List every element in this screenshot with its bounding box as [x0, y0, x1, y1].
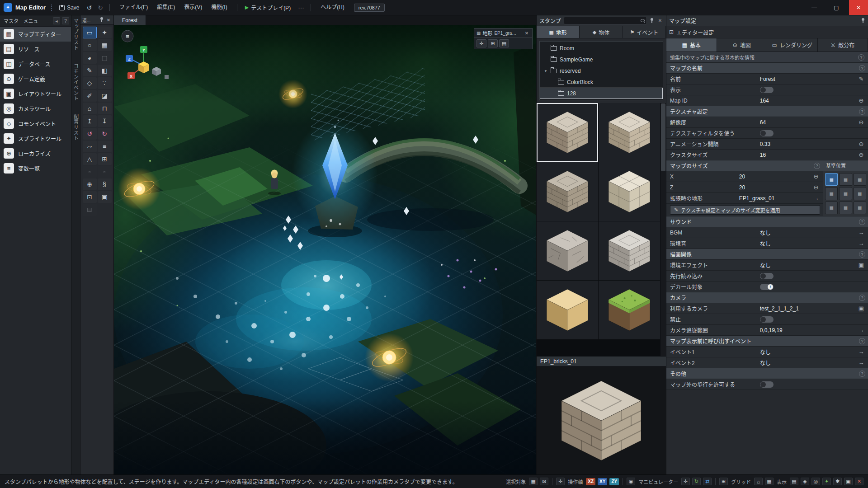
axis-gizmo[interactable]: ≡ Y Z X — [118, 28, 172, 87]
overlay-close-icon[interactable]: ✕ — [524, 30, 530, 36]
prohibit-toggle[interactable] — [760, 316, 774, 323]
move-icon[interactable]: ✛ — [681, 478, 690, 485]
sidebar-item-game-define[interactable]: ⊙ゲーム定義 — [0, 71, 71, 86]
snap-icon[interactable]: ⊞ — [719, 478, 728, 485]
pin-icon[interactable] — [99, 17, 104, 23]
tree-node-colorblock[interactable]: ColorBlock — [540, 76, 663, 88]
pipette-tool[interactable]: ✐ — [83, 90, 97, 102]
pen-tool[interactable]: ✎ — [83, 65, 97, 76]
trail-stepper-icon[interactable]: ⊖ — [812, 173, 820, 180]
trail-arrow-icon[interactable]: → — [857, 240, 865, 247]
settings-tab-basic[interactable]: ▦基本 — [666, 38, 717, 52]
pick-icon[interactable]: ✛ — [476, 39, 486, 47]
trail-arrow-icon[interactable]: → — [857, 359, 865, 366]
decal-target-toggle[interactable]: ! — [760, 284, 774, 290]
raise-tool[interactable]: ↥ — [83, 115, 97, 127]
copy-tool[interactable]: ▫ — [83, 166, 97, 178]
trail-stepper-icon[interactable]: ⊖ — [812, 184, 820, 191]
stamp-item-stone-bricks[interactable] — [537, 162, 598, 221]
stamp-item-sand[interactable] — [537, 281, 598, 339]
texture-filter-toggle[interactable] — [760, 130, 774, 136]
stamp-tab-object[interactable]: ◆物体 — [580, 26, 623, 38]
maximize-button[interactable]: ▢ — [827, 0, 846, 15]
help-button[interactable]: ? — [62, 17, 69, 24]
sidebar-item-sprite-tool[interactable]: ✦スプライトツール — [0, 131, 71, 146]
help-icon[interactable]: ? — [858, 54, 864, 61]
side-tab-placement-list[interactable]: 配置リスト — [72, 114, 80, 141]
duplicate-tool[interactable]: ⊡ — [83, 191, 97, 203]
tree-node-room[interactable]: Room — [540, 42, 663, 54]
trail-stepper-icon[interactable]: ⊖ — [857, 97, 865, 104]
base-position-9[interactable]: ▦ — [854, 202, 866, 214]
building-tool[interactable]: ⌂ — [83, 103, 97, 114]
help-icon[interactable]: ? — [814, 163, 820, 169]
test-play-button[interactable]: ▶テストプレイ(P) — [242, 2, 293, 13]
trail-box-icon[interactable]: ▣ — [857, 262, 865, 268]
help-icon[interactable]: ? — [859, 219, 865, 225]
base-position-3[interactable]: ▦ — [854, 173, 866, 186]
base-position-8[interactable]: ▦ — [839, 202, 852, 214]
stamp-item-bricks-02[interactable] — [599, 103, 660, 162]
apply-texture-size-button[interactable]: ✎テクスチャ設定とマップのサイズ変更を適用 — [670, 205, 820, 215]
redo-icon[interactable]: ↻ — [96, 4, 104, 11]
trail-arrow-icon[interactable]: → — [812, 195, 820, 202]
sidebar-item-layout-tool[interactable]: ▣レイアウトツール — [0, 86, 71, 101]
undo-icon[interactable]: ↺ — [85, 4, 94, 11]
pin-icon[interactable] — [861, 18, 865, 23]
help-icon[interactable]: ? — [859, 338, 865, 344]
help-icon[interactable]: ? — [859, 371, 865, 377]
save-button[interactable]: Save — [57, 3, 82, 12]
scrollbar-thumb[interactable] — [661, 103, 665, 171]
pin-icon[interactable] — [650, 18, 654, 23]
scale-icon[interactable]: ⇄ — [703, 478, 712, 485]
tree-node-reserved[interactable]: ▾reserved — [540, 65, 663, 76]
home-icon[interactable]: ⌂ — [754, 478, 763, 485]
menu-file[interactable]: ファイル(F) — [115, 0, 152, 15]
trail-stepper-icon[interactable]: ⊖ — [857, 141, 865, 147]
preload-toggle[interactable] — [760, 273, 774, 279]
xz-axis-badge[interactable]: XZ — [586, 478, 595, 485]
spray-tool[interactable]: ∵ — [98, 77, 112, 89]
side-tab-map-list[interactable]: マップリスト — [72, 18, 80, 51]
trail-stepper-icon[interactable]: ⊖ — [857, 151, 865, 158]
table-icon[interactable]: ▦ — [765, 478, 774, 485]
trail-arrow-icon[interactable]: → — [857, 348, 865, 355]
user-icon[interactable]: ◉ — [627, 478, 635, 485]
help-icon[interactable]: ? — [859, 108, 865, 115]
effects-icon[interactable]: ✦ — [822, 478, 831, 485]
sidebar-item-resource[interactable]: ▤リソース — [0, 42, 71, 56]
sidebar-item-variables[interactable]: ≡変数一覧 — [0, 161, 71, 176]
settings-tab-rendering[interactable]: ▭レンダリング — [767, 38, 818, 52]
close-icon[interactable]: ✕ — [657, 18, 663, 24]
section-tool[interactable]: § — [98, 178, 112, 190]
sidebar-item-database[interactable]: ◫データベース — [0, 56, 71, 71]
pages-tool[interactable]: ▣ — [98, 191, 112, 203]
select-rect-tool[interactable]: ▭ — [83, 27, 97, 38]
sidebar-item-localize[interactable]: ⊕ローカライズ — [0, 146, 71, 161]
stamp-item-bricks-01[interactable] — [537, 103, 598, 162]
editor-settings-button[interactable]: ⊡ エディター設定 — [669, 28, 714, 36]
trail-arrow-icon[interactable]: → — [857, 229, 865, 236]
trail-stepper-icon[interactable]: ⊖ — [857, 119, 865, 126]
xy-axis-badge[interactable]: XY — [598, 478, 607, 485]
minimize-button[interactable]: — — [805, 0, 824, 15]
rotate-icon[interactable]: ↻ — [692, 478, 701, 485]
collapse-button[interactable]: ◂ — [53, 17, 60, 24]
stamp-item-rough-stone[interactable] — [537, 221, 598, 280]
tile-select-tool[interactable]: ▦ — [98, 39, 112, 51]
base-position-1[interactable]: ▦ — [825, 173, 838, 186]
selection-lock-icon[interactable]: ⊠ — [540, 478, 548, 485]
walk-outside-toggle[interactable] — [760, 381, 774, 388]
tools-icon[interactable]: ✱ — [833, 478, 842, 485]
side-tab-common-event-list[interactable]: コモンイベント — [72, 63, 80, 101]
lower-tool[interactable]: ↧ — [98, 115, 112, 127]
fill-tool[interactable]: ◧ — [98, 65, 112, 76]
base-position-5[interactable]: ▦ — [839, 187, 852, 200]
stack-tool[interactable]: ⊞ — [98, 153, 112, 165]
sphere-brush-tool[interactable]: ◕ — [83, 52, 97, 64]
trash-tool[interactable]: ⊟ — [83, 204, 97, 216]
tree-node-128[interactable]: 128 — [540, 88, 663, 99]
stamp-item-gray-bricks[interactable] — [599, 221, 660, 280]
stamp-tab-terrain[interactable]: ▦地形 — [537, 26, 580, 38]
trail-pencil-icon[interactable]: ✎ — [857, 75, 865, 82]
